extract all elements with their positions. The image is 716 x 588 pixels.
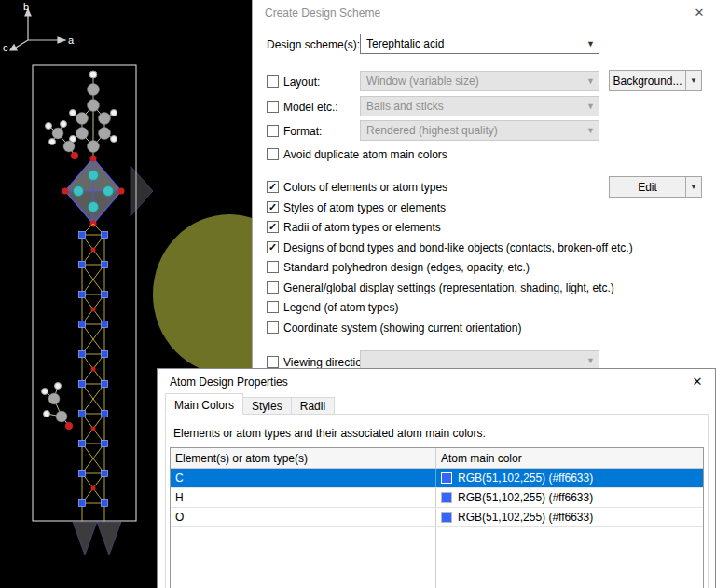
column-header-element[interactable]: Element(s) or atom type(s) <box>171 448 436 468</box>
option-label: Standard polyhedron design (edges, opaci… <box>283 261 530 274</box>
atom-design-properties-dialog: Atom Design Properties ✕ Main Colors Sty… <box>157 368 716 588</box>
option-label: Styles of atom types or elements <box>283 201 446 214</box>
option-standard-polyhedron[interactable]: ✓ Standard polyhedron design (edges, opa… <box>267 260 530 274</box>
axis-b-label: b <box>23 1 29 12</box>
model-select[interactable]: Balls and sticks ▼ <box>360 96 599 116</box>
checkbox[interactable]: ✓ <box>267 181 279 193</box>
edit-button[interactable]: Edit ▼ <box>609 176 702 198</box>
option-designs-of-bond-types[interactable]: ✓ Designs of bond types and bond-like ob… <box>267 240 633 254</box>
layout-select[interactable]: Window (variable size) ▼ <box>360 71 599 91</box>
color-cell: RGB(51,102,255) (#ff6633) <box>436 469 703 487</box>
checkbox[interactable]: ✓ <box>267 281 279 294</box>
color-text: RGB(51,102,255) (#ff6633) <box>458 511 593 524</box>
chevron-down-icon: ▼ <box>583 126 599 135</box>
checkmark-icon: ✓ <box>268 202 277 212</box>
option-general-global-display[interactable]: ✓ General/global display settings (repre… <box>267 280 614 294</box>
empty-column-2 <box>436 527 703 588</box>
color-text: RGB(51,102,255) (#ff6633) <box>458 491 593 504</box>
tab-styles[interactable]: Styles <box>242 397 292 415</box>
chevron-down-icon: ▼ <box>583 102 599 111</box>
viewing-direction-label: Viewing direction: <box>283 356 371 369</box>
checkbox[interactable]: ✓ <box>267 148 279 160</box>
design-scheme-select[interactable]: Terephtalic acid ▼ <box>360 34 599 54</box>
checkmark-icon: ✓ <box>268 222 277 232</box>
color-cell: RGB(51,102,255) (#ff6633) <box>436 488 703 507</box>
dialog-title: Atom Design Properties <box>170 376 288 389</box>
element-cell: C <box>171 469 436 487</box>
element-cell: O <box>171 508 436 526</box>
tab-panel: Elements or atom types and their associa… <box>165 414 709 588</box>
axis-a-label: a <box>68 34 75 46</box>
axis-c-label: c <box>3 42 8 53</box>
table-row[interactable]: O RGB(51,102,255) (#ff6633) <box>171 508 703 527</box>
option-label: Colors of elements or atom types <box>283 181 448 194</box>
checkbox[interactable]: ✓ <box>267 321 279 334</box>
chevron-down-icon: ▼ <box>583 356 599 365</box>
option-colors-of-elements[interactable]: ✓ Colors of elements or atom types <box>267 180 448 194</box>
tab-label: Styles <box>252 400 282 413</box>
layout-label: Layout: <box>283 75 320 89</box>
tab-radii[interactable]: Radii <box>291 397 335 415</box>
layout-row: ✓ Layout: <box>267 75 320 89</box>
option-radii-of-atom-types[interactable]: ✓ Radii of atom types or elements <box>267 220 441 234</box>
format-select[interactable]: Rendered (highest quality) ▼ <box>360 120 599 141</box>
color-text: RGB(51,102,255) (#ff6633) <box>458 472 593 485</box>
model-checkbox[interactable]: ✓ <box>267 101 279 113</box>
option-label: Legend (of atom types) <box>283 301 398 314</box>
option-label: Designs of bond types and bond-like obje… <box>283 241 633 254</box>
close-icon[interactable]: ✕ <box>687 373 708 390</box>
format-label: Format: <box>283 125 322 138</box>
molecule-side-group <box>42 383 74 431</box>
model-label: Model etc.: <box>283 101 338 114</box>
option-legend[interactable]: ✓ Legend (of atom types) <box>267 300 398 314</box>
viewing-direction-checkbox[interactable]: ✓ <box>267 356 279 368</box>
molecule-top-group <box>46 71 117 159</box>
tab-main-colors[interactable]: Main Colors <box>165 393 243 415</box>
column-header-color[interactable]: Atom main color <box>436 448 703 468</box>
design-scheme-label: Design scheme(s): <box>267 38 360 52</box>
option-avoid-duplicate[interactable]: ✓ Avoid duplicate atom main colors <box>267 147 448 161</box>
create-dialog-titlebar[interactable]: Create Design Scheme ✕ <box>253 0 716 24</box>
checkbox[interactable]: ✓ <box>267 201 279 213</box>
empty-column-1 <box>171 527 436 588</box>
chevron-down-icon: ▼ <box>583 39 599 48</box>
atom-dialog-titlebar[interactable]: Atom Design Properties ✕ <box>158 369 715 393</box>
table-row[interactable]: H RGB(51,102,255) (#ff6633) <box>171 488 703 508</box>
option-label: Coordinate system (showing current orien… <box>283 321 521 335</box>
table-empty-area <box>171 527 703 588</box>
color-swatch <box>441 472 452 484</box>
element-cell: H <box>171 488 436 507</box>
option-label: Radii of atom types or elements <box>283 221 441 234</box>
design-scheme-value: Terephtalic acid <box>361 37 583 50</box>
checkbox[interactable]: ✓ <box>267 241 279 253</box>
checkmark-icon: ✓ <box>268 242 277 253</box>
option-coordinate-system[interactable]: ✓ Coordinate system (showing current ori… <box>267 321 521 335</box>
checkbox[interactable]: ✓ <box>267 301 279 313</box>
color-swatch <box>441 512 452 523</box>
chevron-down-icon[interactable]: ▼ <box>685 177 701 197</box>
checkmark-icon: ✓ <box>268 182 277 192</box>
table-row[interactable]: C RGB(51,102,255) (#ff6633) <box>171 469 703 488</box>
color-swatch <box>441 492 452 503</box>
viewing-direction-row[interactable]: ✓ Viewing direction: <box>267 355 371 369</box>
option-styles-of-atom-types[interactable]: ✓ Styles of atom types or elements <box>267 200 446 214</box>
background-button-label: Background... <box>610 71 685 90</box>
create-design-scheme-dialog: Create Design Scheme ✕ Design scheme(s):… <box>252 0 716 373</box>
format-checkbox[interactable]: ✓ <box>267 125 279 137</box>
tab-strip: Main Colors Styles Radii <box>165 393 334 415</box>
checkbox[interactable]: ✓ <box>267 221 279 233</box>
checkbox[interactable]: ✓ <box>267 261 279 273</box>
edit-button-label: Edit <box>610 177 685 197</box>
option-label: Avoid duplicate atom main colors <box>283 148 448 161</box>
tab-label: Main Colors <box>174 399 234 412</box>
layout-select-value: Window (variable size) <box>361 75 583 88</box>
close-icon[interactable]: ✕ <box>689 4 709 21</box>
chain-group <box>79 224 108 522</box>
chevron-down-icon[interactable]: ▼ <box>685 71 701 90</box>
axis-indicator <box>10 9 65 50</box>
option-label: General/global display settings (represe… <box>283 281 614 294</box>
model-row: ✓ Model etc.: <box>267 100 338 114</box>
layout-checkbox[interactable]: ✓ <box>267 75 279 88</box>
background-button[interactable]: Background... ▼ <box>609 70 702 91</box>
polyhedra-group <box>62 156 154 227</box>
